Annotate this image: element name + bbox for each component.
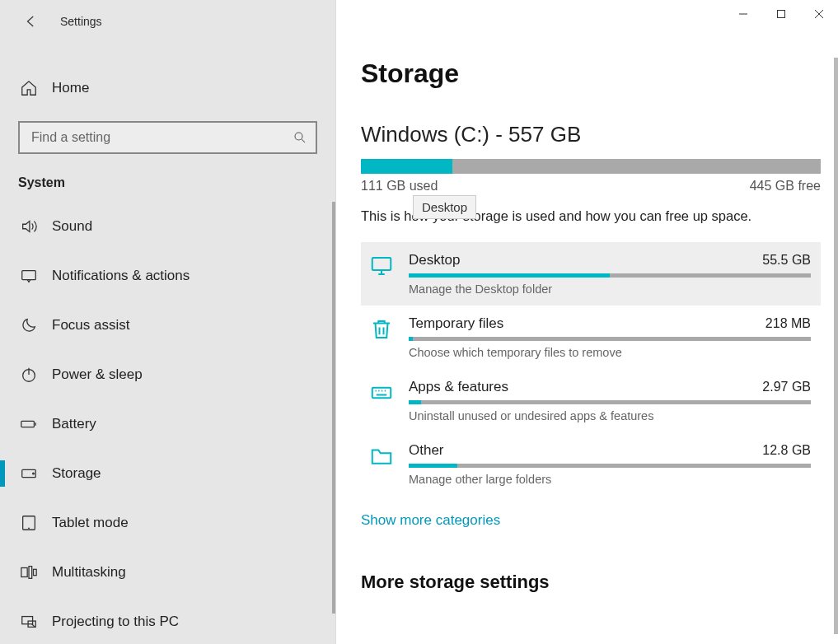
category-bar — [409, 337, 811, 341]
home-nav-item[interactable]: Home — [0, 67, 335, 110]
svg-rect-12 — [778, 11, 785, 18]
sidebar-item-label: Multitasking — [52, 564, 126, 581]
svg-rect-14 — [372, 388, 391, 399]
category-list: Desktop 55.5 GB Manage the Desktop folde… — [361, 242, 821, 496]
search-input[interactable] — [30, 129, 293, 146]
monitor-icon — [369, 252, 400, 296]
back-button[interactable] — [15, 5, 48, 38]
minimize-button[interactable] — [724, 0, 762, 28]
sidebar: Settings Home System Sound Notifications… — [0, 0, 336, 644]
category-other[interactable]: Other 12.8 GB Manage other large folders — [361, 432, 821, 496]
sidebar-item-storage[interactable]: Storage — [0, 449, 335, 498]
battery-icon — [18, 413, 40, 435]
project-icon — [18, 611, 40, 632]
sidebar-item-battery[interactable]: Battery — [0, 399, 335, 449]
trash-icon — [369, 315, 400, 359]
category-name: Apps & features — [409, 379, 508, 395]
multitask-icon — [18, 562, 40, 583]
folder-icon — [369, 442, 400, 486]
category-desktop[interactable]: Desktop 55.5 GB Manage the Desktop folde… — [361, 242, 821, 306]
sidebar-item-label: Focus assist — [52, 317, 129, 334]
svg-point-0 — [295, 133, 302, 140]
category-size: 12.8 GB — [762, 443, 811, 458]
page-title: Storage — [361, 58, 815, 89]
drive-title: Windows (C:) - 557 GB — [361, 122, 815, 147]
sidebar-item-power-sleep[interactable]: Power & sleep — [0, 350, 335, 399]
sidebar-item-label: Notifications & actions — [52, 268, 190, 284]
tooltip: Desktop — [413, 195, 476, 219]
category-bar — [409, 400, 811, 404]
svg-rect-1 — [22, 271, 36, 280]
category-size: 2.97 GB — [762, 380, 811, 394]
home-icon — [18, 77, 40, 99]
category-bar — [409, 273, 811, 278]
svg-rect-10 — [22, 617, 33, 624]
sidebar-item-label: Projecting to this PC — [52, 614, 179, 630]
free-label: 445 GB free — [750, 179, 821, 194]
nav-list: Sound Notifications & actions Focus assi… — [0, 202, 335, 644]
sidebar-item-label: Sound — [52, 218, 92, 235]
category-subtext: Uninstall unused or undesired apps & fea… — [409, 409, 811, 422]
category-name: Desktop — [409, 252, 460, 268]
sidebar-item-label: Power & sleep — [52, 366, 143, 383]
svg-rect-7 — [21, 568, 27, 577]
close-button[interactable] — [800, 0, 838, 28]
svg-rect-3 — [21, 421, 35, 427]
tablet-icon — [18, 512, 40, 534]
home-label: Home — [52, 80, 89, 96]
category-name: Other — [409, 442, 444, 459]
category-size: 218 MB — [765, 316, 811, 331]
category-size: 55.5 GB — [762, 253, 811, 268]
category-subtext: Choose which temporary files to remove — [409, 346, 811, 359]
notify-icon — [18, 265, 40, 287]
power-icon — [18, 364, 40, 385]
maximize-button[interactable] — [762, 0, 800, 28]
svg-rect-9 — [34, 569, 37, 575]
svg-rect-13 — [372, 258, 391, 270]
sidebar-item-projecting-to-this-pc[interactable]: Projecting to this PC — [0, 597, 335, 644]
svg-point-5 — [33, 473, 35, 474]
sound-icon — [18, 216, 40, 237]
sidebar-item-sound[interactable]: Sound — [0, 202, 335, 251]
category-bar — [409, 464, 811, 468]
moon-icon — [18, 315, 40, 336]
window-title: Settings — [60, 15, 102, 28]
sidebar-item-tablet-mode[interactable]: Tablet mode — [0, 498, 335, 548]
category-name: Temporary files — [409, 315, 503, 332]
svg-rect-8 — [29, 567, 32, 579]
storage-icon — [18, 463, 40, 484]
sidebar-item-label: Battery — [52, 416, 96, 432]
category-subtext: Manage other large folders — [409, 473, 811, 486]
storage-description: This is how your storage is used and how… — [361, 208, 815, 224]
drive-usage-fill — [361, 159, 452, 174]
more-settings-heading: More storage settings — [361, 572, 815, 593]
keyboard-icon — [369, 379, 400, 422]
section-label: System — [18, 175, 335, 190]
drive-usage-bar — [361, 159, 821, 174]
sidebar-scrollbar[interactable] — [332, 202, 335, 614]
search-input-wrap[interactable] — [18, 121, 317, 154]
category-apps-features[interactable]: Apps & features 2.97 GB Uninstall unused… — [361, 369, 821, 432]
sidebar-item-multitasking[interactable]: Multitasking — [0, 548, 335, 597]
category-subtext: Manage the Desktop folder — [409, 282, 811, 296]
sidebar-item-focus-assist[interactable]: Focus assist — [0, 301, 335, 350]
main-scrollbar[interactable] — [834, 58, 838, 634]
sidebar-item-notifications-actions[interactable]: Notifications & actions — [0, 251, 335, 301]
main-content: Storage Windows (C:) - 557 GB 111 GB use… — [336, 0, 838, 644]
category-temporary-files[interactable]: Temporary files 218 MB Choose which temp… — [361, 306, 821, 369]
sidebar-item-label: Tablet mode — [52, 515, 129, 531]
sidebar-item-label: Storage — [52, 465, 101, 482]
search-icon — [293, 130, 307, 145]
used-label: 111 GB used — [361, 179, 438, 194]
show-more-link[interactable]: Show more categories — [361, 512, 500, 529]
